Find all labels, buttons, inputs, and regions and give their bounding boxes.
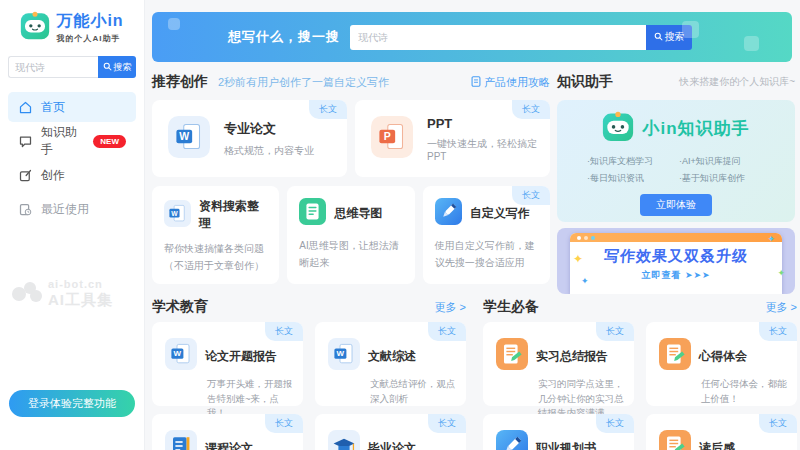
card-title: 实习总结报告	[536, 348, 608, 365]
long-text-badge: 长文	[512, 186, 550, 205]
card-desc: AI思维导图，让想法清晰起来	[299, 238, 404, 271]
card-professional-paper[interactable]: 长文 W 专业论文 格式规范，内容专业	[152, 100, 347, 177]
section-title: 学生必备	[483, 298, 539, 316]
card-title: 思维导图	[334, 205, 382, 222]
card-thesis-proposal[interactable]: 长文 W 论文开题报告 万事开头难，开题报告特别难~来，点我！	[152, 322, 303, 406]
card-title: 论文开题报告	[205, 348, 277, 365]
banner-prompt: 想写什么，搜一搜	[228, 28, 340, 46]
svg-text:W: W	[179, 130, 189, 142]
card-desc: 格式规范，内容专业	[224, 144, 314, 158]
card-course-paper[interactable]: 长文 课程论文 格式规范，内容专业的课程	[152, 414, 303, 450]
knowledge-feature: ·每日知识资讯	[587, 172, 679, 185]
sidebar-search-input[interactable]	[8, 56, 98, 78]
app-title: 万能小in	[56, 11, 123, 32]
report-icon	[659, 430, 691, 450]
guide-doc-icon	[471, 76, 481, 89]
sidebar-item-label: 创作	[41, 167, 65, 184]
search-icon	[103, 62, 112, 73]
long-text-badge: 长文	[596, 322, 634, 341]
promo-cta[interactable]: 立即查看 ➤➤➤	[570, 269, 782, 282]
card-title: 文献综述	[368, 348, 416, 365]
pen-icon	[435, 198, 462, 229]
sidebar-item-recent[interactable]: 最近使用	[8, 194, 136, 224]
word-icon: W	[328, 338, 360, 374]
login-button[interactable]: 登录体验完整功能	[9, 390, 135, 417]
sidebar-item-label: 最近使用	[41, 201, 89, 218]
card-research-search[interactable]: W 资料搜索整理 帮你快速搞懂各类问题（不适用于文章创作）	[152, 186, 279, 284]
long-text-badge: 长文	[512, 100, 550, 119]
card-book-review[interactable]: 长文 读后感	[646, 414, 797, 450]
sidebar-search: 搜索	[8, 56, 136, 78]
svg-text:P: P	[384, 130, 391, 142]
knowledge-feature: ·知识库文档学习	[587, 155, 679, 168]
more-link[interactable]: 更多 >	[435, 300, 466, 315]
more-link[interactable]: 更多 >	[766, 300, 797, 315]
ppt-watermark-icon	[682, 21, 699, 38]
recent-icon	[18, 202, 33, 217]
card-title: 资料搜索整理	[199, 198, 269, 232]
doc-watermark-icon	[744, 36, 759, 51]
card-graduation-thesis[interactable]: 长文 毕业论文 格式规范，内容专业的毕业	[315, 414, 466, 450]
card-title: 专业论文	[224, 120, 314, 138]
card-mindmap[interactable]: 思维导图 AI思维导图，让想法清晰起来	[287, 186, 414, 284]
search-icon	[654, 32, 663, 43]
star-icon	[581, 276, 589, 286]
long-text-badge: 长文	[759, 414, 797, 433]
card-custom-writing[interactable]: 长文 自定义写作 使用自定义写作前，建议先搜一搜合适应用	[423, 186, 550, 284]
sidebar-search-button[interactable]: 搜索	[98, 56, 136, 78]
banner-search-input[interactable]	[350, 25, 646, 50]
lower-sections: 学术教育 更多 > 长文 W 论文开题报告 万事开头难，开题报告特别难~来，点我…	[152, 296, 797, 450]
long-text-badge: 长文	[759, 322, 797, 341]
knowledge-feature: ·AI+知识库提问	[679, 155, 771, 168]
watermark: ai-bot.cn AI工具集	[10, 278, 113, 308]
recommended-title: 推荐创作	[152, 73, 208, 91]
word-icon: W	[165, 338, 197, 374]
card-ppt[interactable]: 长文 P PPT 一键快速生成，轻松搞定PPT	[355, 100, 550, 177]
promo-frame: 写作效果又双叒升级 立即查看 ➤➤➤	[570, 233, 782, 294]
live-ticker: 2秒前有用户创作了一篇自定义写作	[218, 75, 389, 90]
promo-window-bar	[570, 233, 782, 242]
word-icon: W	[164, 200, 191, 231]
svg-text:W: W	[171, 209, 178, 216]
report-icon	[659, 338, 691, 374]
report-icon	[496, 338, 528, 374]
promo-title: 写作效果又双叒升级	[569, 247, 782, 266]
search-banner: 想写什么，搜一搜 搜索	[152, 12, 792, 62]
app-subtitle: 我的个人AI助手	[56, 33, 123, 44]
svg-text:W: W	[337, 349, 345, 358]
mindmap-icon	[299, 198, 326, 229]
watermark-logo-icon	[10, 278, 44, 308]
card-title: 读后感	[699, 440, 735, 450]
long-text-badge: 长文	[309, 100, 347, 119]
chat-icon	[18, 134, 33, 149]
card-desc: 使用自定义写作前，建议先搜一搜合适应用	[435, 238, 540, 271]
card-title: 职业规划书	[536, 440, 596, 450]
sidebar-item-create[interactable]: 创作	[8, 160, 136, 190]
card-desc: 帮你快速搞懂各类问题（不适用于文章创作）	[164, 241, 269, 274]
card-desc: 一键快速生成，轻松搞定PPT	[427, 137, 550, 162]
star-icon	[777, 268, 785, 278]
sidebar-search-label: 搜索	[114, 61, 132, 74]
long-text-badge: 长文	[428, 414, 466, 433]
sidebar-nav: 首页 知识助手 NEW 创作 最近使用	[0, 92, 144, 224]
promo-banner[interactable]: 写作效果又双叒升级 立即查看 ➤➤➤	[557, 228, 795, 294]
card-desc: 文献总结评价，观点深入剖析	[370, 377, 456, 406]
long-text-badge: 长文	[596, 414, 634, 433]
guide-link-label: 产品使用攻略	[484, 75, 550, 90]
home-icon	[18, 100, 33, 115]
product-guide-link[interactable]: 产品使用攻略	[471, 75, 550, 90]
knowledge-card-title: 小in知识助手	[642, 117, 749, 140]
card-career-plan[interactable]: 长文 职业规划书	[483, 414, 634, 450]
sidebar-item-knowledge[interactable]: 知识助手 NEW	[8, 126, 136, 156]
card-literature-review[interactable]: 长文 W 文献综述 文献总结评价，观点深入剖析	[315, 322, 466, 406]
card-internship-report[interactable]: 长文 实习总结报告 实习的同学点这里，几分钟让你的实习总结报告内容满满	[483, 322, 634, 406]
section-academic: 学术教育 更多 > 长文 W 论文开题报告 万事开头难，开题报告特别难~来，点我…	[152, 296, 466, 450]
banner-deco-icon	[168, 18, 180, 30]
notebook-icon	[165, 430, 197, 450]
sidebar-item-home[interactable]: 首页	[8, 92, 136, 122]
try-now-button[interactable]: 立即体验	[640, 194, 712, 216]
knowledge-assistant-card[interactable]: 小in知识助手 ·知识库文档学习 ·AI+知识库提问 ·每日知识资讯 ·基于知识…	[557, 100, 795, 222]
card-reflection[interactable]: 长文 心得体会 任何心得体会，都能上价值！	[646, 322, 797, 406]
card-title: 心得体会	[699, 348, 747, 365]
new-badge: NEW	[93, 135, 126, 148]
